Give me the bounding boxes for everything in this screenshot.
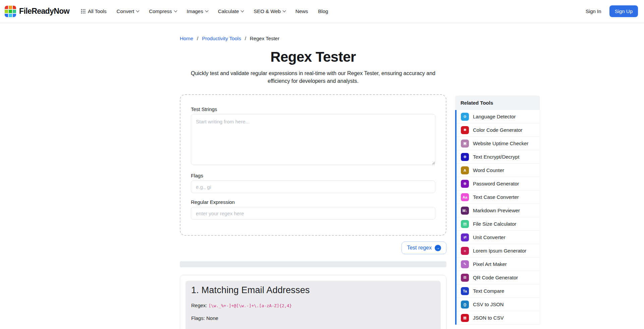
example-regex-code: [\w._%+-]+@[\w.-]+\.[a-zA-Z]{2,4}: [209, 303, 292, 308]
tool-item-lorem-ipsum-generator[interactable]: ≡ Lorem Ipsum Generator: [457, 244, 540, 258]
breadcrumb-separator: /: [245, 36, 246, 41]
nav-label: All Tools: [88, 8, 107, 14]
arrow-right-circle-icon: →: [435, 245, 441, 251]
breadcrumb-home[interactable]: Home: [180, 36, 193, 41]
tool-item-text-compare[interactable]: Ta Text Compare: [457, 284, 540, 298]
tool-item-csv-to-json[interactable]: {} CSV to JSON: [457, 298, 540, 311]
page-description: Quickly test and validate regular expres…: [183, 69, 444, 85]
tool-item-text-encrypt-decrypt[interactable]: ⊕ Text Encrypt/Decrypt: [457, 150, 540, 164]
json-csv-icon: ▦: [461, 314, 469, 322]
nav-calculate[interactable]: Calculate: [218, 8, 244, 14]
csv-json-icon: {}: [461, 300, 469, 309]
sign-up-button[interactable]: Sign Up: [609, 5, 638, 17]
form-actions: Test regex →: [180, 241, 446, 254]
nav-label: News: [296, 8, 308, 14]
example-flags-label: Flags:: [191, 315, 205, 321]
example-flags-value: None: [206, 315, 218, 321]
breadcrumb-separator: /: [197, 36, 198, 41]
browser-window-icon: ▣: [461, 140, 469, 148]
example-heading: 1. Matching Email Addresses: [191, 285, 435, 295]
chevron-down-icon: [241, 9, 244, 12]
tool-item-password-generator[interactable]: ⊛ Password Generator: [457, 177, 540, 190]
chevron-down-icon: [174, 9, 177, 12]
test-regex-label: Test regex: [407, 245, 432, 251]
sign-in-link[interactable]: Sign In: [586, 8, 601, 14]
top-navbar: FileReadyNow All Tools Convert Compress …: [0, 0, 644, 23]
nav-label: Compress: [149, 8, 172, 14]
nav-label: SEO & Web: [254, 8, 281, 14]
related-tools-list: ⊙ Language Detector ✱ Color Code Generat…: [455, 110, 540, 325]
tool-item-text-case-converter[interactable]: Aa Text Case Converter: [457, 190, 540, 204]
nav-news[interactable]: News: [296, 8, 308, 14]
text-case-icon: Aa: [461, 193, 469, 201]
grid-icon: [81, 9, 86, 14]
example-regex-line: Regex: [\w._%+-]+@[\w.-]+\.[a-zA-Z]{2,4}: [191, 303, 435, 308]
flags-input[interactable]: [191, 180, 435, 193]
test-strings-input[interactable]: [191, 114, 435, 165]
nav-blog[interactable]: Blog: [318, 8, 328, 14]
pencil-icon: ✎: [461, 260, 469, 268]
nav-label: Calculate: [218, 8, 239, 14]
nav-convert[interactable]: Convert: [117, 8, 139, 14]
test-strings-label: Test Strings: [191, 106, 435, 112]
tool-item-pixel-art-maker[interactable]: ✎ Pixel Art Maker: [457, 258, 540, 271]
main-nav: All Tools Convert Compress Images Calcul…: [81, 8, 328, 14]
example-regex-label: Regex:: [191, 303, 207, 308]
nav-images[interactable]: Images: [187, 8, 208, 14]
tool-item-color-code-generator[interactable]: ✱ Color Code Generator: [457, 123, 540, 137]
tool-item-unit-converter[interactable]: ⇄ Unit Converter: [457, 231, 540, 244]
text-lines-icon: ≡: [461, 247, 469, 255]
tool-item-word-counter[interactable]: A Word Counter: [457, 164, 540, 177]
header-actions: Sign In Sign Up: [586, 5, 638, 17]
nav-compress[interactable]: Compress: [149, 8, 176, 14]
regex-label: Regular Expression: [191, 199, 435, 205]
nav-label: Images: [187, 8, 203, 14]
markdown-icon: M↓: [461, 207, 469, 215]
brand-logo[interactable]: FileReadyNow: [5, 6, 69, 17]
chevron-down-icon: [282, 9, 286, 12]
lock-icon: ⊕: [461, 153, 469, 161]
swap-arrows-icon: ⇄: [461, 233, 469, 241]
file-icon: ▤: [461, 220, 469, 228]
color-palette-icon: ✱: [461, 126, 469, 134]
brand-logo-icon: [5, 6, 16, 17]
examples-card: 1. Matching Email Addresses Regex: [\w._…: [180, 275, 446, 329]
nav-label: Convert: [117, 8, 135, 14]
regex-input[interactable]: [191, 207, 435, 220]
example-flags-line: Flags: None: [191, 315, 435, 321]
example-panel: 1. Matching Email Addresses Regex: [\w._…: [185, 281, 441, 329]
main-column: Home / Productivity Tools / Regex Tester…: [180, 23, 446, 329]
breadcrumb-current: Regex Tester: [250, 36, 279, 41]
brand-name: FileReadyNow: [19, 7, 69, 16]
related-tools-sidebar: Related Tools ⊙ Language Detector ✱ Colo…: [455, 96, 540, 325]
tool-item-markdown-previewer[interactable]: M↓ Markdown Previewer: [457, 204, 540, 217]
chevron-down-icon: [205, 9, 208, 12]
padlock-icon: ⊛: [461, 180, 469, 188]
qr-code-icon: ⊞: [461, 274, 469, 282]
nav-seo-web[interactable]: SEO & Web: [254, 8, 285, 14]
tool-item-json-to-csv[interactable]: ▦ JSON to CSV: [457, 311, 540, 325]
breadcrumb-productivity-tools[interactable]: Productivity Tools: [202, 36, 241, 41]
test-regex-button[interactable]: Test regex →: [401, 241, 446, 254]
nav-all-tools[interactable]: All Tools: [81, 8, 107, 14]
nav-label: Blog: [318, 8, 328, 14]
flags-label: Flags: [191, 173, 435, 178]
tool-item-website-uptime-checker[interactable]: ▣ Website Uptime Checker: [457, 137, 540, 150]
text-compare-icon: Ta: [461, 287, 469, 295]
tool-item-file-size-calculator[interactable]: ▤ File Size Calculator: [457, 217, 540, 231]
tool-item-language-detector[interactable]: ⊙ Language Detector: [457, 110, 540, 123]
letter-a-icon: A: [461, 166, 469, 174]
chevron-down-icon: [136, 9, 140, 12]
page-content: Home / Productivity Tools / Regex Tester…: [180, 23, 540, 329]
page-title: Regex Tester: [180, 49, 446, 65]
related-tools-title: Related Tools: [455, 96, 540, 110]
tool-item-qr-code-generator[interactable]: ⊞ QR Code Generator: [457, 271, 540, 284]
regex-form-card: Test Strings Flags Regular Expression: [180, 94, 446, 236]
breadcrumb: Home / Productivity Tools / Regex Tester: [180, 36, 446, 41]
language-detector-icon: ⊙: [461, 113, 469, 121]
divider-bar: [180, 261, 446, 267]
